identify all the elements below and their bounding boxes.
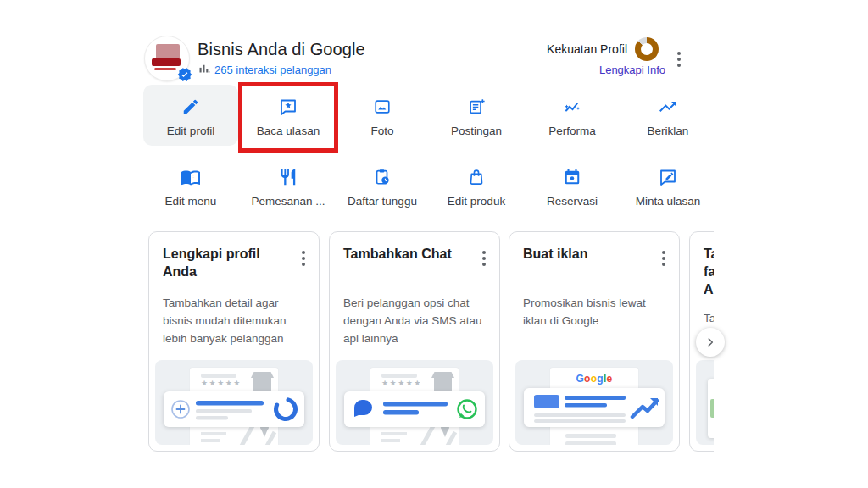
header-overflow-menu-icon[interactable] [674, 48, 684, 70]
post-add-icon [467, 97, 486, 117]
toolbar-item-reservasi[interactable]: Reservasi [525, 159, 620, 210]
toolbar-label: Edit profil [167, 125, 214, 137]
card-title: Tambahkan Chat [343, 246, 464, 263]
business-avatar[interactable] [144, 36, 190, 81]
toolbar-label: Baca ulasan [257, 125, 320, 137]
card-illustration-chat: ★★★★★ [336, 360, 493, 445]
waitlist-clipboard-icon [373, 167, 392, 187]
google-logo: Google [550, 373, 638, 385]
request-review-icon [658, 167, 678, 187]
toolbar-label: Beriklan [648, 125, 689, 137]
toolbar-item-edit-menu[interactable]: Edit menu [143, 159, 238, 210]
card-overflow-menu-icon[interactable] [298, 247, 309, 269]
pencil-icon [181, 97, 200, 117]
bar-chart-icon [198, 62, 210, 78]
card-tambahkan-chat[interactable]: Tambahkan Chat Beri pelanggan opsi chat … [329, 231, 500, 452]
business-profile-dashboard: Bisnis Anda di Google 265 interaksi pela… [0, 0, 868, 488]
card-buat-iklan[interactable]: Buat iklan Promosikan bisnis lewat iklan… [509, 231, 680, 452]
toolbar-label: Edit menu [165, 195, 217, 208]
toolbar-item-performa[interactable]: Performa [525, 85, 620, 146]
toolbar-label: Postingan [451, 125, 502, 137]
calendar-icon [563, 167, 581, 187]
toolbar-item-foto[interactable]: Foto [335, 85, 430, 146]
illustration-overlay-card [164, 391, 304, 427]
card-overflow-menu-icon[interactable] [659, 247, 669, 269]
toolbar-label: Reservasi [547, 195, 598, 208]
card-description: Tambahkan detail agar bisnis mudah ditem… [163, 295, 307, 348]
complete-info-link[interactable]: Lengkapi Info [513, 64, 665, 76]
verified-badge-icon [177, 67, 192, 82]
toolbar-item-beriklan[interactable]: Beriklan [620, 85, 715, 146]
photo-icon [373, 97, 392, 117]
toolbar-item-edit-produk[interactable]: Edit produk [429, 159, 524, 210]
toolbar-item-daftar-tunggu[interactable]: Daftar tunggu [335, 159, 430, 210]
restaurant-icon [279, 167, 298, 187]
card-overflow-menu-icon[interactable] [479, 247, 489, 269]
card-title: Ta fa Ar [704, 246, 714, 298]
card-title: Buat iklan [523, 246, 643, 263]
illustration-overlay-card [344, 391, 485, 427]
card-illustration-profile: ★★★★★ [155, 360, 313, 445]
profile-strength-ring [635, 37, 659, 61]
toolbar-label: Daftar tunggu [348, 195, 417, 208]
card-lengkapi-profil[interactable]: Lengkapi profil Anda Tambahkan detail ag… [148, 231, 320, 452]
toolbar-item-postingan[interactable]: Postingan [429, 85, 524, 146]
profile-strength-label: Kekuatan Profil [475, 42, 627, 56]
menu-book-icon [181, 167, 201, 187]
customer-interactions[interactable]: 265 interaksi pelanggan [198, 62, 331, 78]
card-illustration-partial [696, 360, 714, 445]
card-description: Promosikan bisnis lewat iklan di Google [523, 295, 667, 330]
recommendation-cards-carousel: Lengkapi profil Anda Tambahkan detail ag… [148, 231, 714, 453]
toolbar-item-edit-profil[interactable]: Edit profil [143, 85, 238, 146]
card-description: Beri pelanggan opsi chat dengan Anda via… [343, 295, 487, 348]
toolbar-item-pemesanan[interactable]: Pemesanan ... [241, 159, 336, 210]
toolbar-item-minta-ulasan[interactable]: Minta ulasan [620, 159, 715, 210]
interactions-link[interactable]: 265 interaksi pelanggan [214, 64, 331, 76]
shopping-bag-icon [467, 167, 486, 187]
toolbar-label: Performa [548, 125, 596, 137]
illustration-overlay-card [524, 388, 665, 427]
carousel-next-button[interactable] [696, 328, 725, 357]
toolbar-item-baca-ulasan[interactable]: Baca ulasan [241, 85, 336, 146]
illustration-fragment [708, 379, 714, 438]
performance-sparkline-icon [562, 97, 582, 117]
toolbar-label: Edit produk [448, 195, 505, 208]
trending-up-icon [658, 97, 678, 117]
review-star-bubble-icon [278, 97, 298, 117]
card-title: Lengkapi profil Anda [163, 246, 283, 281]
page-title: Bisnis Anda di Google [198, 40, 365, 59]
toolbar-label: Pemesanan ... [251, 195, 325, 208]
toolbar-label: Minta ulasan [636, 195, 701, 208]
toolbar-label: Foto [370, 125, 393, 137]
card-illustration-ads: Google [515, 360, 673, 445]
